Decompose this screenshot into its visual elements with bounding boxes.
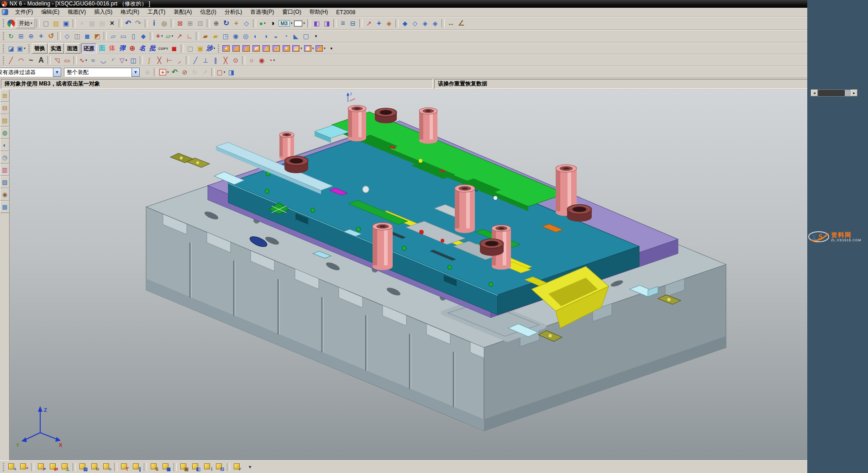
circle-button[interactable]: ○: [247, 55, 257, 65]
orbit-button[interactable]: ↺: [46, 31, 56, 41]
point-on-curve-button[interactable]: ⊙: [231, 55, 241, 65]
menu-preferences[interactable]: 首选项(P): [246, 7, 278, 17]
measure-distance-button[interactable]: ↔: [446, 18, 456, 28]
spline-button[interactable]: ~: [26, 55, 36, 65]
shaded-display-button[interactable]: ◑: [268, 18, 278, 28]
right-view-button[interactable]: ▯: [128, 31, 138, 41]
menu-format[interactable]: 格式(R): [116, 7, 143, 17]
redo-button[interactable]: ↷: [133, 18, 143, 28]
pan-view-button[interactable]: +: [231, 18, 242, 28]
batch-plot-button[interactable]: 批: [147, 43, 158, 53]
point-dialog-button[interactable]: +▾: [154, 31, 164, 41]
window-screen-button[interactable]: ⊡: [195, 18, 205, 28]
hole-button[interactable]: ◎: [241, 31, 251, 41]
create-component-button[interactable]: *: [18, 462, 30, 473]
start-button[interactable]: 开始▾: [16, 18, 35, 28]
scenes-tab[interactable]: ▩: [0, 201, 10, 213]
intersection-curve-button[interactable]: ◫: [128, 55, 138, 65]
constraint-navigator-tab[interactable]: ⊟: [0, 102, 10, 114]
zoom-box-button[interactable]: ⊕: [26, 31, 36, 41]
perpendicular-button[interactable]: ⊥: [200, 55, 210, 65]
drag-component-button[interactable]: ↕: [241, 43, 251, 53]
visualization-tab[interactable]: ▨: [0, 176, 10, 188]
arrangements-button[interactable]: ≈: [101, 462, 113, 473]
name-display-button[interactable]: 名: [137, 43, 147, 53]
menu-analysis[interactable]: 分析(L): [221, 7, 247, 17]
csys-orient-button[interactable]: ↗: [364, 18, 374, 28]
add-component-button[interactable]: +: [6, 462, 18, 473]
zoom-in-button[interactable]: ⊕: [211, 18, 221, 28]
undo-button[interactable]: ↶: [123, 18, 133, 28]
hd3d-tools-tab[interactable]: ◐: [0, 139, 10, 151]
part-navigator-tab[interactable]: ▤: [0, 114, 10, 127]
undo-selection-button[interactable]: ↶: [170, 67, 180, 77]
offset-curve-button[interactable]: ≈: [88, 55, 98, 65]
refresh-view-button[interactable]: ↻: [6, 31, 16, 41]
show-hide-button[interactable]: ▢: [185, 43, 195, 53]
remember-constraints-button[interactable]: ∥: [131, 462, 142, 473]
lift-component-button[interactable]: ↑: [231, 43, 241, 53]
reuse-library-tab[interactable]: ◍: [0, 127, 10, 139]
feature-group-button[interactable]: ▣▾: [16, 43, 26, 53]
large-assembly-button[interactable]: ▣: [178, 462, 190, 473]
studio-mode-button[interactable]: ◩: [92, 31, 102, 41]
move-component-button[interactable]: ↗: [36, 462, 47, 473]
face-display-button[interactable]: 面: [97, 43, 107, 53]
cross-point-button[interactable]: ╳: [221, 55, 231, 65]
line-button[interactable]: ╱: [6, 55, 16, 65]
angle-component-button[interactable]: △: [261, 43, 271, 53]
revolve-button[interactable]: ◉: [231, 31, 241, 41]
text-curve-button[interactable]: A: [36, 55, 46, 65]
box-component-button[interactable]: ▢: [271, 43, 281, 53]
selection-scope-dropdown-icon[interactable]: ▼: [132, 68, 140, 77]
edge-blend-button[interactable]: ◔: [281, 31, 291, 41]
shaded-mode-button[interactable]: ◼: [82, 31, 92, 41]
subtract-button[interactable]: ◑: [261, 31, 271, 41]
red-cube-display-button[interactable]: ◼: [169, 43, 179, 53]
move-component-button[interactable]: +: [221, 43, 231, 53]
window-next-button[interactable]: ◨: [322, 18, 332, 28]
shell-button[interactable]: ▢: [301, 31, 311, 41]
polyline-button[interactable]: ∿▾: [78, 55, 88, 65]
copy-display-button[interactable]: COPY: [158, 43, 169, 53]
nx-logo-button[interactable]: [6, 18, 16, 28]
pattern-component-button[interactable]: ▦: [160, 462, 172, 473]
menu-edit[interactable]: 编辑(E): [37, 7, 63, 17]
perspective-view-button[interactable]: ◇: [62, 31, 72, 41]
object-color-swatch[interactable]: ▾: [293, 18, 306, 28]
selection-scope-combo[interactable]: 整个装配 ▼: [64, 68, 140, 77]
datum-csys-button[interactable]: +: [374, 18, 384, 28]
mirror-assembly-button[interactable]: ⇄: [47, 462, 59, 473]
snap-intersect-button[interactable]: ◆: [430, 18, 440, 28]
rectangle-button[interactable]: ▭: [62, 55, 72, 65]
copy-component-button[interactable]: ▤▾: [291, 43, 303, 53]
palettes-tab[interactable]: ▥: [0, 164, 10, 176]
menu-et2008[interactable]: ET2008: [332, 8, 359, 16]
delete-button[interactable]: ×: [107, 18, 117, 28]
viewport-scrollbar[interactable]: ◄ ►: [811, 90, 857, 96]
window-tile-button[interactable]: ⊞: [185, 18, 195, 28]
direct-sketch-button[interactable]: ◪: [6, 43, 16, 53]
information-button[interactable]: i: [149, 18, 159, 28]
sketch-button[interactable]: ▰: [200, 31, 210, 41]
visualization-pref-button[interactable]: ◈: [384, 18, 394, 28]
swap-component-button[interactable]: ⇄: [251, 43, 261, 53]
replace-refset-button[interactable]: 替换: [32, 43, 47, 53]
menu-assemblies[interactable]: 装配(A): [169, 7, 196, 17]
new-file-button[interactable]: ▢: [41, 18, 51, 28]
fit-view-button[interactable]: ⊞: [16, 31, 26, 41]
spring-tool-button[interactable]: 弹: [117, 43, 127, 53]
menu-information[interactable]: 信息(I): [196, 7, 220, 17]
perspective-button[interactable]: ◇: [242, 18, 252, 28]
snap-point-button[interactable]: +▾: [158, 67, 170, 77]
menu-window[interactable]: 窗口(O): [278, 7, 305, 17]
structure-report-button[interactable]: ⊟: [214, 462, 226, 473]
menu-tools[interactable]: 工具(T): [143, 7, 169, 17]
isometric-view-button[interactable]: ◆: [138, 31, 148, 41]
menu-help[interactable]: 帮助(H): [305, 7, 332, 17]
edit-curve-button[interactable]: ∫: [144, 55, 154, 65]
csys-dialog-button[interactable]: ∟: [184, 31, 195, 41]
marquee-select-button[interactable]: ▢▾: [216, 67, 226, 77]
immersive-display-button[interactable]: ▣: [195, 43, 205, 53]
snap-center-button[interactable]: ◈: [420, 18, 430, 28]
